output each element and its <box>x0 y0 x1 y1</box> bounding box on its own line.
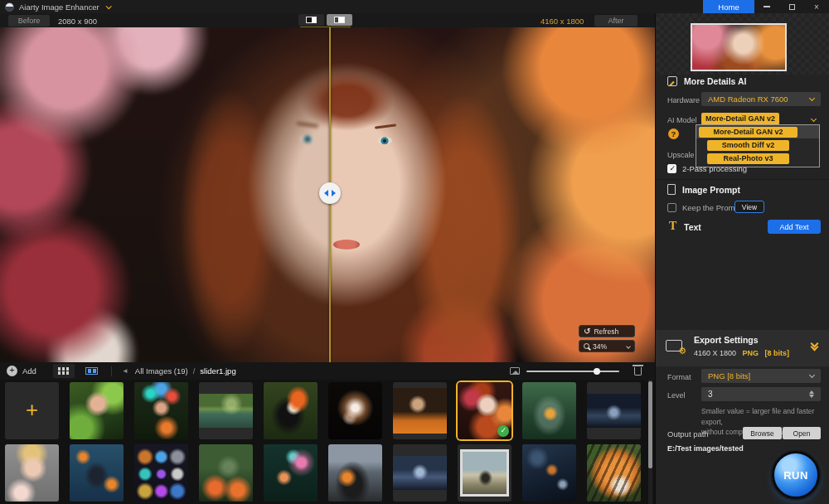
arrow-left-icon <box>324 190 328 196</box>
export-settings-header[interactable]: Export Settings 4160 X 1800 PNG [8 bits] <box>656 330 829 366</box>
keep-prompt-row: Keep the Prompt <box>667 203 741 212</box>
image-preview[interactable]: Refresh 34% <box>0 27 655 362</box>
selected-check-icon <box>497 425 509 437</box>
before-tab[interactable]: Before <box>8 15 50 27</box>
add-image-tile[interactable] <box>5 382 59 439</box>
titlebar: Aiarty Image Enhancer Home × <box>0 0 829 13</box>
two-pass-checkbox[interactable] <box>667 164 676 173</box>
export-summary: 4160 X 1800 PNG [8 bits] <box>694 349 789 357</box>
scrollbar-thumb[interactable] <box>648 381 652 468</box>
thumbnail-image <box>264 382 318 439</box>
refresh-label: Refresh <box>594 327 618 336</box>
window-controls: Home × <box>703 0 829 13</box>
hardware-select[interactable]: AMD Radeon RX 7600 <box>701 92 821 106</box>
ai-model-value[interactable]: More-Detail GAN v2 <box>701 113 779 125</box>
preview-controls-overlay: Refresh 34% <box>579 322 635 352</box>
browse-button[interactable]: Browse <box>743 427 782 439</box>
add-images-button[interactable]: Add <box>7 366 36 376</box>
compare-divider[interactable] <box>329 27 331 362</box>
keep-prompt-checkbox[interactable] <box>667 203 676 212</box>
library-toolbar: Add All Images (19) / slider1.jpg <box>0 362 655 380</box>
thumb-astronaut[interactable] <box>522 444 576 502</box>
thumbnail-image <box>393 388 447 434</box>
thumb-fantasy-portrait[interactable] <box>134 382 188 439</box>
thumbnail-scrollbar[interactable] <box>648 380 652 504</box>
stepper-down-icon[interactable] <box>809 395 814 398</box>
model-option-2[interactable]: Smooth Diff v2 <box>696 138 819 152</box>
thumb-blonde-woman[interactable] <box>5 444 59 502</box>
after-tab[interactable]: After <box>594 15 638 27</box>
arrow-right-icon <box>332 190 336 196</box>
compare-handle[interactable] <box>319 182 341 204</box>
thumb-badge-grid[interactable] <box>134 444 188 502</box>
text-icon: T <box>669 220 676 233</box>
model-option-1[interactable]: More-Detail GAN v2 <box>696 125 819 138</box>
grid-view-button[interactable] <box>53 364 75 378</box>
minimize-icon <box>764 6 770 7</box>
model-option-label: More-Detail GAN v2 <box>699 127 797 138</box>
thumb-redhead-portrait[interactable] <box>458 382 511 439</box>
thumbnail-image <box>264 444 318 502</box>
delete-icon[interactable] <box>634 367 642 376</box>
thumbnail-row-1 <box>5 382 641 439</box>
open-button[interactable]: Open <box>783 427 821 439</box>
level-label: Level <box>667 391 686 400</box>
slider-thumb[interactable] <box>594 368 600 375</box>
breadcrumb[interactable]: All Images (19) <box>135 366 188 376</box>
filmstrip-view-button[interactable] <box>81 364 103 378</box>
thumb-jungle-room[interactable] <box>199 444 253 502</box>
thumb-night-mountains[interactable] <box>587 382 641 439</box>
format-label: Format <box>667 373 691 381</box>
run-button[interactable]: RUN <box>772 451 820 499</box>
level-stepper[interactable]: 3 <box>701 387 821 401</box>
add-label: Add <box>22 366 36 376</box>
minimize-button[interactable] <box>754 0 779 13</box>
before-half-overlay <box>0 27 330 362</box>
single-view-toggle[interactable] <box>298 14 324 26</box>
refresh-icon <box>584 327 590 336</box>
keep-prompt-label: Keep the Prompt <box>682 203 741 212</box>
text-title: Text <box>684 222 701 232</box>
viewer-header: Before 2080 x 900 4160 x 1800 After <box>0 13 655 27</box>
refresh-button[interactable]: Refresh <box>579 325 635 337</box>
thumb-tiger[interactable] <box>587 444 641 502</box>
result-preview-thumbnail[interactable] <box>691 23 787 71</box>
zoom-control[interactable]: 34% <box>579 340 635 352</box>
thumb-jungle-river[interactable] <box>199 382 253 439</box>
add-text-button[interactable]: Add Text <box>768 220 821 234</box>
thumb-jellyfish-mushrooms[interactable] <box>264 444 318 502</box>
format-select[interactable]: PNG [8 bits] <box>701 369 821 383</box>
ai-model-dropdown: More-Detail GAN v2Smooth Diff v2Real-Pho… <box>696 124 820 167</box>
thumb-vintage-beach-photo[interactable] <box>458 444 511 502</box>
title-dropdown-chevron-icon[interactable] <box>105 3 111 9</box>
thumb-mountain-range[interactable] <box>393 444 447 502</box>
thumb-steampunk-train[interactable] <box>328 444 382 502</box>
view-prompt-button[interactable]: View <box>734 201 764 213</box>
before-size-label: 2080 x 900 <box>58 17 97 26</box>
close-button[interactable]: × <box>804 0 829 13</box>
section-divider <box>656 179 829 180</box>
thumb-monk-portrait[interactable] <box>393 382 447 439</box>
toolbar-divider <box>111 366 112 376</box>
thumbnail-image <box>522 444 576 502</box>
thumb-terrarium[interactable] <box>522 382 576 439</box>
ai-model-label: AI Model <box>667 116 697 124</box>
thumb-forest-girl[interactable] <box>70 382 124 439</box>
app-window: Aiarty Image Enhancer Home × Before 2080… <box>0 0 829 504</box>
thumbnail-size-slider[interactable] <box>526 371 619 372</box>
zoom-level: 34% <box>593 342 607 351</box>
export-summary-size: 4160 X 1800 <box>694 349 736 357</box>
compare-view-toggle[interactable] <box>327 14 352 26</box>
stepper-up-icon[interactable] <box>809 390 814 394</box>
export-summary-bits: [8 bits] <box>765 349 790 357</box>
thumb-toucan[interactable] <box>264 382 318 439</box>
maximize-button[interactable] <box>779 0 804 13</box>
back-icon[interactable] <box>122 367 128 375</box>
thumb-crystal-flower[interactable] <box>328 382 382 439</box>
model-option-3[interactable]: Real-Photo v3 <box>696 152 819 165</box>
home-button[interactable]: Home <box>703 0 754 13</box>
thumb-potion-scene[interactable] <box>70 444 124 502</box>
help-icon[interactable]: ? <box>668 128 679 139</box>
collapse-chevrons-icon[interactable] <box>812 341 817 350</box>
thumbnail-row-2 <box>5 444 641 502</box>
